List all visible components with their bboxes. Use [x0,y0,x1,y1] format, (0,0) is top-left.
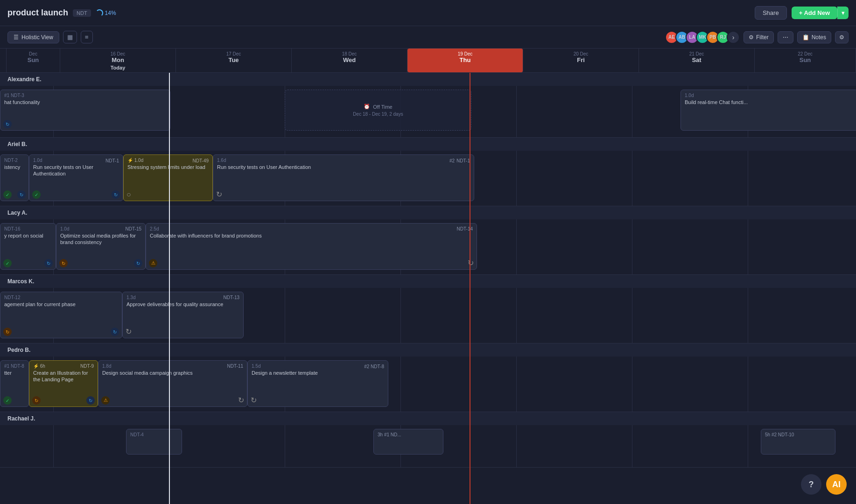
date-22dec-top: 22 Dec [798,51,813,56]
task-rachael-ndt4[interactable]: NDT-4 [126,429,182,455]
header-right: Share + Add New ▾ [755,6,849,20]
task-ndt15-footer: ↻ ↻ [59,259,142,267]
task-ndt16-title: y report on social [4,232,52,239]
avatar-more[interactable]: › [727,31,740,44]
task-ndt11-header: 1.8d NDT-11 [102,364,243,370]
task-ndt2-title: istency [4,164,25,170]
task-pedro-ndt11[interactable]: 1.8d NDT-11 Design social media campaign… [98,360,247,407]
date-col-dec18: 18 Dec Wed [292,49,407,72]
toolbar-right: AE AB LA MK PB RJ › ⚙ Filter ⋯ 📋 Notes ⚙ [665,31,849,44]
task-ndt8r-footer: ↻ [251,396,385,405]
task-ndt2-id: NDT-2 [4,158,25,163]
task-rachael-ndt-small[interactable]: 3h #1 ND... [373,429,443,455]
notes-button[interactable]: 📋 Notes [797,31,831,43]
task-ariel-ndt49[interactable]: ⚡ 1.0d NDT-49 Stressing system limits un… [123,154,213,201]
status-done: ✓ [32,190,41,199]
grid-line-1 [53,425,54,467]
help-button[interactable]: ? [801,474,821,495]
task-ndt11-id: NDT-11 [227,364,243,370]
project-title: product launch [7,8,68,18]
status-ndt15b: ↻ [134,259,142,267]
person-header-marcos: Marcos K. [0,275,856,288]
timeline-body[interactable]: Alexandre E. #1 NDT-3 hat functionality [0,73,856,504]
task-ndt15-id: NDT-15 [126,226,141,232]
bar-chart-view-button[interactable]: ▦ [63,31,77,43]
task-ariel-ndt1-right[interactable]: 1.6d #2 NDT-1 Run security tests on User… [213,154,474,201]
status-ndt12b: ↻ [111,328,119,336]
seq-num: #2 [449,158,455,163]
task-ndt8-seq: #1 NDT-8 [4,364,25,369]
task-alexandre-ndt3-left[interactable]: #1 NDT-3 hat functionality ↻ [0,90,170,131]
task-id-right: #2 NDT-1 [449,158,470,163]
person-name-lacy: Lacy A. [7,210,27,216]
task-pedro-ndt9[interactable]: ⚡ 6h NDT-9 Create an Illustration for th… [29,360,98,407]
holistic-view-button[interactable]: ☰ Holistic View [7,31,59,43]
person-name-alexandre: Alexandre E. [7,76,42,83]
date-sun-label: Sun [28,56,39,63]
task-ndt12-footer: ↻ ↻ [3,328,119,336]
task-ariel-ndt2[interactable]: NDT-2 istency ✓ ↻ [0,154,29,201]
task-duration: 1.0d [33,158,42,163]
person-section-pedro: Pedro B. #1 NDT-8 tter ✓ [0,343,856,412]
person-section-rachael: Rachael J. NDT-4 3h #1 N [0,412,856,468]
date-fri-label: Fri [577,56,585,63]
person-name-rachael: Rachael J. [7,415,35,422]
task-ndt1-footer: ✓ ↻ [32,190,120,199]
task-title-ndt1r: Run security tests on User Authenticatio… [217,164,470,170]
grid-line-6 [632,219,632,274]
add-new-button[interactable]: + Add New [792,7,837,19]
status-ndt12: ↻ [3,328,12,336]
status-ndt8: ✓ [3,396,12,405]
date-sat-label: Sat [692,56,701,63]
status-blue-icon: ↻ [17,190,26,199]
status-green-icon: ✓ [3,190,12,199]
task-marcos-ndt13[interactable]: 1.3d NDT-13 Approve deliverables for qua… [122,292,244,338]
date-col-dec16: 16 Dec Mon Today [60,49,176,72]
person-section-ariel: Ariel B. NDT-2 istency ✓ [0,138,856,206]
task-lacy-ndt16[interactable]: NDT-16 y report on social ✓ ↻ [0,223,56,270]
task-ndt4-id: NDT-4 [130,432,178,437]
filter-button[interactable]: ⚙ Filter [744,31,774,43]
filter-icon: ⚙ [749,34,754,41]
more-options-button[interactable]: ⋯ [778,31,793,43]
task-ndt16-footer: ✓ ↻ [3,259,53,267]
person-header-ariel: Ariel B. [0,138,856,151]
list-view-button[interactable]: ≡ [81,31,93,43]
share-button[interactable]: Share [755,6,787,20]
person-name-ariel: Ariel B. [7,141,27,147]
task-ndt14-title: Collaborate with influencers for brand p… [150,232,473,239]
task-lacy-ndt14[interactable]: 2.5d NDT-14 Collaborate with influencers… [146,223,477,270]
warning-icon: ⚠ [149,259,157,267]
bar-chart-icon: ▦ [67,34,73,41]
task-pedro-ndt8-right[interactable]: 1.5d #2 NDT-8 Design a newsletter templa… [247,360,388,407]
task-marcos-ndt12[interactable]: NDT-12 agement plan for current phase ↻ … [0,292,122,338]
task-ndt9-footer: ↻ ↻ [32,396,95,405]
progress-value: 14% [105,10,116,16]
hamburger-icon: ☰ [14,34,19,41]
task-alexandre-ndt3-right[interactable]: 1.0d Build real-time Chat functi... [681,90,856,131]
task-ndt13-footer: ↻ [126,327,240,336]
task-ndt8-footer: ✓ [3,396,26,405]
task-footer: ↻ [3,120,167,128]
task-ariel-ndt1-left[interactable]: 1.0d NDT-1 Run security tests on User Au… [29,154,123,201]
task-rachael-ndt10[interactable]: 5h #2 NDT-10 [761,429,835,455]
today-label: Today [111,65,126,70]
settings-button[interactable]: ⚙ [835,31,849,43]
task-ndt8r-id: #2 NDT-8 [364,364,384,370]
header: product launch NDT 14% Share + Add New ▾ [0,0,856,26]
dec19-line [470,73,470,504]
task-seq-label: #1 NDT-3 [4,93,166,98]
date-col-dec21: 21 Dec Sat [639,49,755,72]
task-pedro-ndt8-left[interactable]: #1 NDT-8 tter ✓ [0,360,29,407]
ai-button[interactable]: AI [826,474,847,495]
task-ndt9-title: Create an Illustration for the Landing P… [33,370,94,383]
task-ndt8r-duration: 1.5d [252,364,260,369]
circle-ndt11: ↻ [238,396,244,405]
task-title-right: Build real-time Chat functi... [685,99,854,105]
person-section-lacy: Lacy A. NDT-16 y report on social [0,206,856,275]
date-dec-label: Dec [29,51,37,56]
task-lacy-ndt15[interactable]: 1.0d NDT-15 Optimize social media profil… [56,223,146,270]
task-ndt11-footer: ⚠ ↻ [101,396,244,405]
add-new-dropdown-button[interactable]: ▾ [837,7,849,19]
date-16dec-top: 16 Dec [111,51,126,56]
